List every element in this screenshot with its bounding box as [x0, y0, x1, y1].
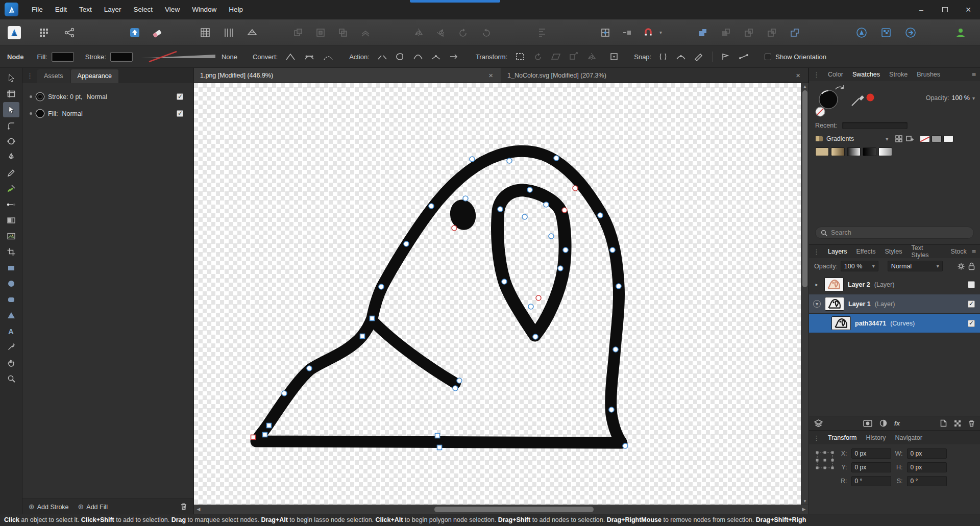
tab-appearance[interactable]: Appearance: [71, 69, 118, 83]
curve-node[interactable]: [470, 157, 475, 162]
layer-thumbnail[interactable]: [824, 278, 844, 291]
menu-file[interactable]: File: [26, 0, 49, 19]
stroke-width-widget[interactable]: [140, 51, 216, 63]
tab-color[interactable]: Color: [824, 69, 847, 80]
layer-row-layer2[interactable]: ▸ Layer 2 (Layer): [809, 275, 980, 294]
curve-node[interactable]: [453, 386, 458, 391]
curve-node[interactable]: [429, 204, 434, 209]
flip-vertical-icon[interactable]: [433, 24, 449, 41]
curve-node[interactable]: [528, 304, 533, 309]
curve-node[interactable]: [609, 407, 614, 412]
color-swatch[interactable]: [932, 135, 942, 142]
tab-history[interactable]: History: [862, 432, 890, 443]
tab-transform[interactable]: Transform: [824, 432, 861, 443]
vector-persona-icon[interactable]: [853, 24, 870, 41]
expand-icon[interactable]: ▸: [813, 282, 820, 287]
transform-origin-icon[interactable]: [606, 51, 622, 63]
curve-node[interactable]: [610, 247, 615, 253]
stroke-color-swatch[interactable]: [110, 52, 133, 62]
lock-icon[interactable]: [968, 262, 975, 270]
eraser-icon[interactable]: [149, 24, 165, 41]
action-join-curves-icon[interactable]: [428, 51, 444, 63]
curve-node[interactable]: [498, 207, 503, 212]
tab-styles[interactable]: Styles: [881, 246, 906, 257]
appearance-fill-row[interactable]: Fill: Normal: [22, 105, 193, 122]
insert-behind-icon[interactable]: [290, 24, 306, 41]
menu-layer[interactable]: Layer: [98, 0, 128, 19]
convert-smooth-node-icon[interactable]: [302, 51, 317, 63]
snap-construction-icon[interactable]: [718, 51, 733, 63]
y-field[interactable]: 0 px: [851, 462, 891, 472]
fill-visible-checkbox[interactable]: [177, 110, 183, 117]
canvas[interactable]: ▲ ▼: [194, 83, 808, 505]
artboard-tool[interactable]: [3, 86, 19, 102]
stroke-style-value[interactable]: None: [222, 53, 237, 61]
menu-view[interactable]: View: [159, 0, 186, 19]
curve-node[interactable]: [623, 443, 628, 448]
curve-node[interactable]: [549, 234, 554, 239]
curve-node-highlighted[interactable]: [452, 226, 457, 231]
style-picker-tool[interactable]: [3, 339, 19, 355]
point-transform-tool[interactable]: [3, 134, 19, 149]
curve-node[interactable]: [533, 334, 538, 339]
rotate-cw-icon[interactable]: [478, 24, 494, 41]
fill-color-swatch[interactable]: [52, 52, 74, 62]
add-swatch-icon[interactable]: [906, 135, 914, 142]
layer-row-path34471[interactable]: path34471 (Curves): [809, 314, 980, 333]
rectangle-tool[interactable]: [3, 260, 19, 275]
layer-row-layer1[interactable]: ▾ Layer 1 (Layer): [809, 294, 980, 314]
designer-persona-icon[interactable]: [6, 24, 22, 41]
place-image-tool[interactable]: [3, 229, 19, 244]
add-fill-button[interactable]: ⊕Add Fill: [78, 503, 108, 511]
account-icon[interactable]: [952, 24, 969, 41]
snap-pixel-icon[interactable]: [619, 24, 635, 41]
rotate-ccw-icon[interactable]: [455, 24, 472, 41]
transform-shear-icon[interactable]: [548, 51, 564, 63]
curve-node[interactable]: [463, 196, 468, 201]
boolean-add-icon[interactable]: [695, 24, 711, 41]
s-field[interactable]: 0 °: [907, 476, 947, 486]
tab-brushes[interactable]: Brushes: [913, 69, 944, 80]
tab-navigator[interactable]: Navigator: [891, 432, 926, 443]
node-tool[interactable]: [3, 102, 19, 117]
add-stroke-button[interactable]: ⊕Add Stroke: [29, 503, 69, 511]
corner-node[interactable]: [437, 445, 442, 450]
h-field[interactable]: 0 px: [907, 462, 947, 472]
document-tab-1[interactable]: 1.png [Modified] (446.9%) ×: [194, 68, 501, 83]
swatch-category-value[interactable]: Gradients: [826, 135, 854, 142]
chevron-down-icon[interactable]: ▾: [972, 95, 975, 101]
tab-layers[interactable]: Layers: [824, 246, 851, 257]
swatch-search-input[interactable]: Search: [815, 227, 974, 239]
edit-all-layers-icon[interactable]: [357, 24, 374, 41]
anchor-point-selector[interactable]: [813, 448, 837, 472]
layer-thumbnail[interactable]: [825, 297, 844, 311]
fill-row-blend[interactable]: Normal: [62, 110, 82, 117]
upload-icon[interactable]: [127, 24, 143, 41]
vertical-scrollbar[interactable]: ▲ ▼: [801, 83, 808, 505]
layer-thumbnail[interactable]: [831, 316, 851, 330]
x-field[interactable]: 0 px: [851, 448, 891, 459]
tab-swatches[interactable]: Swatches: [848, 69, 884, 80]
panel-drag-handle[interactable]: ⋮: [813, 248, 820, 256]
no-color-swatch[interactable]: [920, 135, 930, 142]
gradient-swatch[interactable]: [863, 147, 876, 156]
fill-tool[interactable]: [3, 197, 19, 212]
pencil-tool[interactable]: [3, 165, 19, 181]
rounded-rectangle-tool[interactable]: [3, 292, 19, 307]
chevron-down-icon[interactable]: ▾: [659, 30, 662, 35]
curve-node-highlighted[interactable]: [536, 295, 541, 300]
grid-dots-icon[interactable]: [36, 24, 52, 41]
transparency-tool[interactable]: [3, 213, 19, 228]
alignment-icon[interactable]: [534, 24, 550, 41]
corner-node[interactable]: [360, 334, 365, 339]
scroll-down-icon[interactable]: ▼: [801, 499, 808, 504]
grid-icon[interactable]: [197, 24, 213, 41]
column-grid-icon[interactable]: [220, 24, 237, 41]
curve-node[interactable]: [379, 284, 384, 289]
recent-swatches-strip[interactable]: [842, 122, 908, 129]
action-close-curve-icon[interactable]: [393, 51, 408, 63]
stroke-ring-swatch[interactable]: [36, 93, 44, 101]
insert-inside-icon[interactable]: [312, 24, 329, 41]
transform-scale-icon[interactable]: [566, 51, 581, 63]
scroll-left-icon[interactable]: ◀: [195, 505, 202, 514]
